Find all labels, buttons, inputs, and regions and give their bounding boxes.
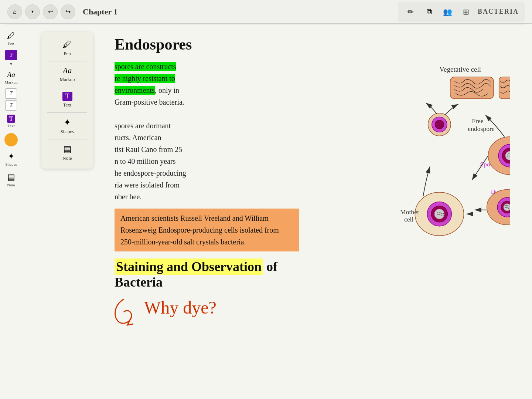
svg-rect-0 [450, 77, 494, 99]
pen-icon: 🖊 [7, 31, 15, 41]
panel-note-icon: ▤ [63, 144, 72, 154]
text-tool[interactable]: T Text [1, 112, 21, 130]
text-area: Endospores spores are constructs re high… [115, 35, 299, 318]
markup-label: Markup [5, 80, 18, 84]
note-icon: ▤ [7, 172, 15, 182]
expand-btn[interactable]: ▾ [10, 61, 12, 67]
svg-text:endospore: endospore [468, 125, 494, 132]
toolbar: ⌂ ▾ ↩ ↪ Chapter 1 ✏ ⧉ 👥 ⊞ BACTERIA [0, 0, 532, 24]
diagram-area: Vegetative cell [307, 35, 510, 318]
swirl-svg [111, 297, 137, 331]
undo-icon: ↩ [48, 8, 53, 15]
page-title: Endospores [115, 35, 299, 53]
panel-note-item[interactable]: ▤ Note [44, 141, 90, 164]
strike-text-btn[interactable]: T [5, 100, 17, 111]
vegetative-cell-label: Vegetative cell [439, 65, 481, 73]
paragraph-11: nber bee. [115, 191, 299, 203]
paragraph-6: ructs. American [115, 132, 299, 143]
panel-text-item[interactable]: T Text [44, 89, 90, 111]
swirl-arrow [111, 297, 137, 336]
panel-pen-label: Pen [64, 51, 71, 57]
panel-markup-item[interactable]: Aa Markup [44, 63, 90, 85]
color-selector[interactable] [4, 133, 18, 146]
undo-button[interactable]: ↩ [43, 4, 58, 19]
panel-divider-1 [47, 61, 87, 61]
main-content: 🖊 Pen Aa Markup T Text ✦ Shapes ▤ Note E… [22, 24, 532, 329]
home-button[interactable]: ⌂ [7, 4, 22, 19]
panel-divider-4 [47, 139, 87, 139]
panel-text-label: Text [63, 102, 72, 108]
floating-panel: 🖊 Pen Aa Markup T Text ✦ Shapes ▤ Note [41, 32, 93, 169]
svg-text:Mother: Mother [400, 208, 419, 216]
bacteria-label: BACTERIA [478, 8, 519, 16]
shapes-tool[interactable]: ✦ Shapes [1, 149, 21, 169]
grid-icon: ⊞ [463, 7, 469, 16]
orange-text: American scientists Russell Vreeland and… [120, 214, 279, 246]
pencil-button[interactable]: ✏ [404, 5, 418, 19]
panel-pen-icon: 🖊 [63, 39, 72, 50]
toolbar-right: ✏ ⧉ 👥 ⊞ BACTERIA [398, 2, 525, 22]
panel-shapes-item[interactable]: ✦ Shapes [44, 114, 90, 138]
markup-icon: Aa [7, 71, 15, 79]
panel-shapes-icon: ✦ [64, 117, 71, 128]
text-format-btn-1[interactable]: T [5, 50, 17, 60]
text-format-buttons: T ▾ [5, 50, 17, 67]
svg-text:cell: cell [404, 216, 414, 223]
panel-pen-item[interactable]: 🖊 Pen [44, 36, 90, 60]
paragraph-10: ria were isolated from [115, 179, 299, 191]
note-label: Note [7, 183, 15, 187]
italic-text-btn[interactable]: T [5, 88, 17, 99]
orange-highlight-block: American scientists Russell Vreeland and… [115, 209, 299, 251]
chapter-label: Chapter 1 [83, 7, 117, 17]
more-text-buttons: T T [5, 88, 17, 111]
text-label: Text [7, 124, 14, 128]
text-icon: T [7, 115, 16, 123]
diagram-svg: Vegetative cell [307, 35, 510, 276]
home-icon: ⌂ [13, 9, 17, 15]
left-sidebar: 🖊 Pen T ▾ Aa Markup T T T Text ✦ Shapes … [0, 26, 22, 192]
handwritten-area: Why dye? [115, 297, 299, 318]
dropdown-button[interactable]: ▾ [25, 4, 40, 19]
highlight-3: environments [115, 86, 155, 95]
svg-text:Free: Free [472, 117, 483, 125]
panel-text-icon: T [62, 92, 72, 101]
paragraph-7: tist Raul Cano from 25 [115, 143, 299, 155]
highlight-2: re highly resistant to [115, 74, 175, 83]
grid-button[interactable]: ⊞ [459, 5, 473, 19]
shapes-label: Shapes [5, 162, 17, 166]
pen-label: Pen [8, 41, 14, 46]
toolbar-left: ⌂ ▾ ↩ ↪ Chapter 1 [7, 4, 117, 19]
paragraph-3: environments, only in [115, 84, 299, 96]
panel-markup-label: Markup [59, 77, 75, 82]
highlight-1: spores are constructs [115, 62, 176, 71]
handwritten-text: Why dye? [144, 297, 299, 318]
markup-tool[interactable]: Aa Markup [1, 68, 21, 87]
copy-icon: ⧉ [427, 7, 432, 16]
paragraph-3-end: , only in [155, 86, 179, 94]
section-2-title: Staining and Observation of Bacteria [115, 259, 299, 290]
redo-button[interactable]: ↪ [61, 4, 75, 19]
note-tool[interactable]: ▤ Note [1, 170, 21, 189]
section-title-highlighted: Staining and Observation [115, 258, 263, 275]
paragraph-8: n to 40 million years [115, 155, 299, 167]
copy-button[interactable]: ⧉ [422, 5, 436, 19]
shapes-icon: ✦ [8, 152, 14, 161]
paragraph-2: re highly resistant to [115, 72, 299, 84]
panel-markup-icon: Aa [63, 66, 72, 75]
panel-divider-2 [47, 87, 87, 87]
svg-point-7 [435, 120, 444, 129]
panel-note-label: Note [62, 155, 72, 161]
redo-icon: ↪ [66, 8, 71, 15]
panel-divider-3 [47, 112, 87, 113]
svg-point-19 [504, 204, 510, 211]
content-block-1: spores are constructs re highly resistan… [115, 61, 299, 203]
pen-tool[interactable]: 🖊 Pen [1, 29, 21, 48]
paragraph-4: Gram-positive bacteria. [115, 96, 299, 108]
svg-rect-1 [499, 77, 510, 99]
paragraph-5: spores are dormant [115, 120, 299, 132]
paragraph-9: he endospore-producing [115, 167, 299, 179]
pencil-icon: ✏ [407, 7, 414, 16]
people-icon: 👥 [443, 7, 452, 16]
people-button[interactable]: 👥 [441, 5, 455, 19]
panel-shapes-label: Shapes [61, 129, 74, 135]
